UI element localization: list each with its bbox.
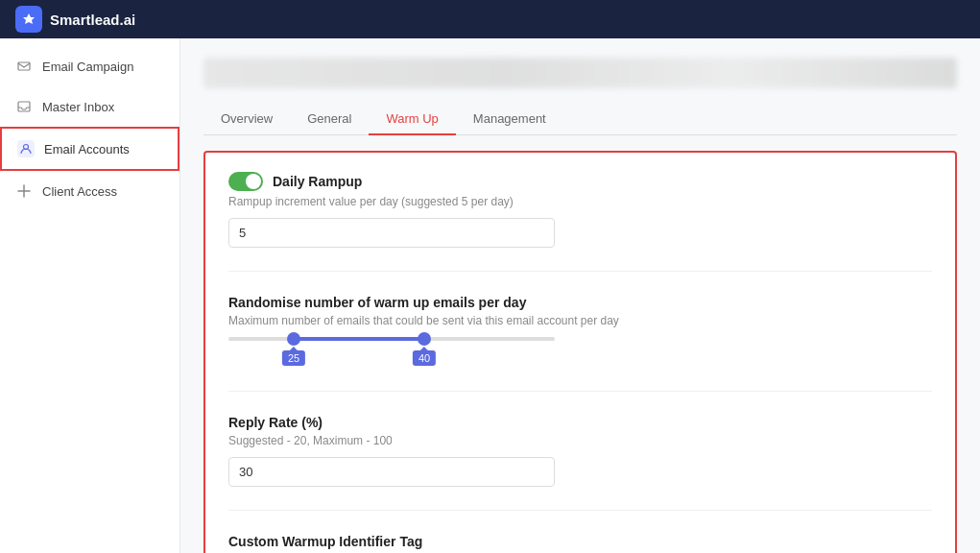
reply-rate-title: Reply Rate (%) <box>228 415 932 430</box>
slider-thumb-min[interactable] <box>287 332 300 346</box>
svg-rect-0 <box>18 62 30 70</box>
sidebar-label-master-inbox: Master Inbox <box>42 100 114 114</box>
custom-tag-section: Custom Warmup Identifier Tag Use this tw… <box>228 534 932 553</box>
email-accounts-icon <box>17 140 35 157</box>
reply-rate-subtitle: Suggested - 20, Maximum - 100 <box>228 434 932 447</box>
randomise-section: Randomise number of warm up emails per d… <box>228 295 932 392</box>
sidebar-label-email-campaign: Email Campaign <box>42 60 133 74</box>
slider-track[interactable]: 25 40 <box>228 337 555 341</box>
client-access-icon <box>15 182 33 200</box>
main-layout: Email Campaign Master Inbox Email Accoun… <box>0 38 980 553</box>
tab-general[interactable]: General <box>290 104 369 135</box>
tab-overview[interactable]: Overview <box>203 104 290 135</box>
tab-management[interactable]: Management <box>456 104 563 135</box>
tabs: Overview General Warm Up Management <box>203 104 957 135</box>
daily-rampup-title: Daily Rampup <box>228 172 932 191</box>
slider-container: 25 40 <box>228 337 932 341</box>
logo-icon <box>15 6 42 33</box>
blurred-header <box>203 58 957 88</box>
sidebar-item-master-inbox[interactable]: Master Inbox <box>0 86 179 127</box>
slider-label-min: 25 <box>282 350 305 366</box>
warmup-panel: Daily Rampup Rampup increment value per … <box>203 151 957 553</box>
daily-rampup-input[interactable] <box>228 218 555 248</box>
sidebar-label-email-accounts: Email Accounts <box>44 142 130 156</box>
tab-warmup[interactable]: Warm Up <box>369 104 455 135</box>
slider-label-max: 40 <box>413 350 436 366</box>
content-area: Overview General Warm Up Management Dail… <box>180 38 980 553</box>
randomise-title: Randomise number of warm up emails per d… <box>228 295 932 310</box>
logo: Smartlead.ai <box>15 6 135 33</box>
daily-rampup-subtitle: Rampup increment value per day (suggeste… <box>228 195 932 208</box>
logo-text: Smartlead.ai <box>50 12 135 28</box>
sidebar-item-client-access[interactable]: Client Access <box>0 171 179 211</box>
topbar: Smartlead.ai <box>0 0 980 38</box>
sidebar-item-email-campaign[interactable]: Email Campaign <box>0 46 179 86</box>
sidebar-item-email-accounts[interactable]: Email Accounts <box>0 127 179 171</box>
custom-tag-title: Custom Warmup Identifier Tag <box>228 534 932 549</box>
master-inbox-icon <box>15 98 33 115</box>
daily-rampup-section: Daily Rampup Rampup increment value per … <box>228 172 932 272</box>
email-campaign-icon <box>15 58 33 75</box>
sidebar: Email Campaign Master Inbox Email Accoun… <box>0 38 180 553</box>
randomise-subtitle: Maximum number of emails that could be s… <box>228 314 932 327</box>
daily-rampup-toggle[interactable] <box>228 172 263 191</box>
sidebar-label-client-access: Client Access <box>42 184 117 199</box>
slider-fill <box>294 337 424 341</box>
reply-rate-input[interactable] <box>228 457 555 487</box>
slider-thumb-max[interactable] <box>418 332 431 346</box>
reply-rate-section: Reply Rate (%) Suggested - 20, Maximum -… <box>228 415 932 511</box>
